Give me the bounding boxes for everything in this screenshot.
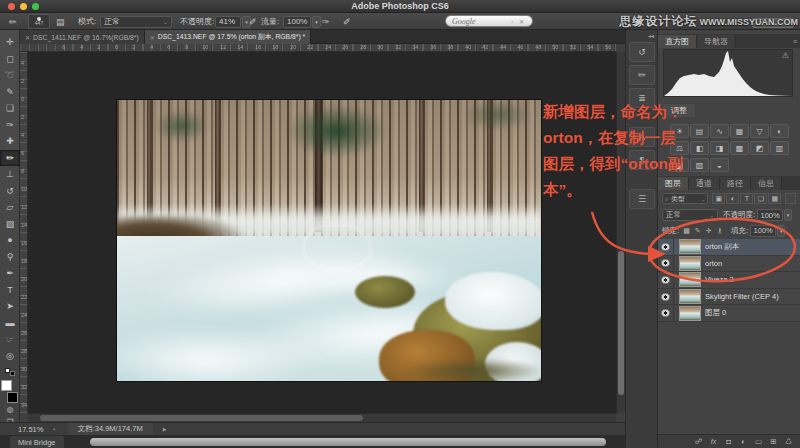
adj-vibrance-icon[interactable]: ▽ — [750, 124, 769, 138]
layer-thumbnail[interactable] — [680, 290, 700, 303]
document-tab-active[interactable]: ✕ DSC_1413.NEF @ 17.5% (orton 副本, RGB/8*… — [145, 30, 311, 44]
v-ruler-label: 22 — [21, 294, 27, 300]
layer-filter-toggle[interactable] — [785, 193, 796, 204]
layer-fill-field[interactable]: 100% — [750, 225, 776, 237]
expand-panels-icon[interactable]: ◂◂ — [648, 32, 654, 39]
toggle-brush-panel-icon[interactable]: ▤ — [56, 17, 65, 27]
status-menu-arrow-icon[interactable]: ▶ — [163, 426, 167, 432]
add-layer-mask-icon[interactable]: ◘ — [721, 436, 736, 448]
adj-posterize-icon[interactable]: ▥ — [770, 141, 789, 155]
quick-mask-icon[interactable]: ◍ — [0, 403, 20, 416]
layer-style-icon[interactable]: fx — [706, 436, 721, 448]
new-layer-icon[interactable]: ⊞ — [766, 436, 781, 448]
layer-row[interactable]: 图层 0 — [658, 305, 800, 322]
clone-stamp-tool[interactable]: ⊥ — [0, 166, 20, 183]
layer-row[interactable]: orton — [658, 256, 800, 273]
watermark-text: 思缘设计论坛 — [619, 14, 697, 28]
lock-pixels-icon[interactable]: ✎ — [692, 225, 703, 236]
warning-icon[interactable]: ⚠ — [782, 51, 789, 60]
h-ruler-label: 28 — [360, 44, 366, 49]
zoom-tool[interactable]: ◎ — [0, 348, 20, 365]
horizontal-scrollbar[interactable] — [28, 413, 616, 422]
layer-row[interactable]: Skylight Filter (CEP 4) — [658, 289, 800, 306]
layer-fill-spinner[interactable]: ▾ — [777, 225, 785, 237]
layer-visibility-toggle[interactable] — [658, 289, 674, 305]
adj-invert-icon[interactable]: ◩ — [750, 141, 769, 155]
blur-tool[interactable]: ● — [0, 232, 20, 249]
layer-thumbnail[interactable] — [680, 240, 700, 253]
vertical-scroll-thumb[interactable] — [618, 251, 624, 395]
hand-tool[interactable]: ☞ — [0, 331, 20, 348]
tab-histogram[interactable]: 直方图 — [658, 35, 697, 48]
layer-visibility-toggle[interactable] — [658, 256, 674, 272]
move-tool[interactable]: ✛ — [0, 34, 20, 51]
mini-bridge-tab[interactable]: Mini Bridge — [10, 436, 64, 448]
delete-layer-icon[interactable]: ♺ — [781, 436, 796, 448]
search-input[interactable]: Google — [452, 17, 476, 26]
brush-presets-panel-icon[interactable]: ✏ — [629, 65, 655, 85]
lasso-tool[interactable]: ➰ — [0, 67, 20, 84]
rectangular-marquee-tool[interactable]: ◻ — [0, 51, 20, 68]
eyedropper-tool[interactable]: ✑ — [0, 117, 20, 134]
brush-preset-picker[interactable]: 447 — [28, 14, 50, 29]
lock-all-icon[interactable]: ⚷ — [714, 225, 725, 236]
layer-thumbnail[interactable] — [680, 257, 700, 270]
tab-navigator[interactable]: 导航器 — [697, 35, 736, 48]
flow-spinner[interactable]: ▾ — [312, 16, 321, 28]
layer-row[interactable]: Viveza 2 — [658, 272, 800, 289]
airbrush-icon[interactable]: ✑ — [322, 17, 330, 27]
foreground-color-swatch[interactable] — [1, 380, 12, 391]
history-brush-tool[interactable]: ↺ — [0, 183, 20, 200]
document-tab[interactable]: ✕ DSC_1411.NEF @ 16.7%(RGB/8*) — [20, 30, 145, 44]
crop-tool[interactable]: ❏ — [0, 100, 20, 117]
layer-visibility-toggle[interactable] — [658, 272, 674, 288]
close-tab-icon[interactable]: ✕ — [25, 34, 30, 41]
new-adjustment-layer-icon[interactable]: ◐ — [736, 436, 751, 448]
layer-row[interactable]: orton 副本 — [658, 239, 800, 256]
shape-tool[interactable]: ▬ — [0, 315, 20, 332]
zoom-level-field[interactable]: 17.51% — [18, 425, 43, 434]
new-group-icon[interactable]: ▭ — [751, 436, 766, 448]
filter-shape-layers-icon[interactable]: ❑ — [754, 193, 767, 204]
v-ruler-label: 2 — [21, 78, 24, 84]
opacity-dropdown[interactable]: 41% — [215, 16, 241, 28]
healing-brush-tool[interactable]: ✚ — [0, 133, 20, 150]
layer-visibility-toggle[interactable] — [658, 239, 674, 255]
gradient-tool[interactable]: ▨ — [0, 216, 20, 233]
adj-hue-saturation-icon[interactable]: ◐ — [770, 124, 789, 138]
background-color-swatch[interactable] — [7, 392, 18, 403]
pressure-size-icon[interactable]: ✐ — [343, 17, 351, 27]
google-search-box[interactable]: Google ▫ ✕ — [445, 15, 533, 27]
mini-bridge-strip[interactable] — [90, 438, 606, 446]
tab-info[interactable]: 信息 — [751, 177, 782, 190]
type-tool[interactable]: T — [0, 282, 20, 299]
horizontal-scroll-thumb[interactable] — [40, 415, 363, 421]
pen-tool[interactable]: ✒ — [0, 265, 20, 282]
default-colors-icon[interactable] — [5, 368, 15, 376]
close-tab-icon[interactable]: ✕ — [150, 34, 155, 41]
layer-opacity-field[interactable]: 100% — [757, 209, 783, 221]
eraser-tool[interactable]: ▱ — [0, 199, 20, 216]
dodge-tool[interactable]: ⚲ — [0, 249, 20, 266]
brush-tool[interactable]: ✏ — [0, 150, 20, 167]
lock-transparency-icon[interactable]: ▩ — [681, 225, 692, 236]
quick-selection-tool[interactable]: ✎ — [0, 84, 20, 101]
flow-dropdown[interactable]: 100% — [283, 16, 311, 28]
blend-mode-dropdown[interactable]: 正常⌄ — [100, 16, 172, 28]
layer-thumbnail[interactable] — [680, 307, 700, 320]
link-layers-icon[interactable]: ☍ — [691, 436, 706, 448]
search-clear-icon[interactable]: ▫ ✕ — [511, 18, 526, 25]
pressure-opacity-icon[interactable]: ✐ — [249, 17, 257, 27]
layer-opacity-spinner[interactable]: ▾ — [784, 209, 792, 221]
path-selection-tool[interactable]: ➤ — [0, 298, 20, 315]
layer-visibility-toggle[interactable] — [658, 305, 674, 321]
layer-blend-mode-dropdown[interactable]: 正常 ⌄ — [662, 209, 718, 221]
filter-type-layers-icon[interactable]: T — [740, 193, 753, 204]
filter-smart-objects-icon[interactable]: ▦ — [768, 193, 781, 204]
photo-document[interactable]: POCO摄影专题 http://photo.poco.cn/ — [117, 100, 541, 381]
layer-thumbnail[interactable] — [680, 273, 700, 286]
canvas[interactable]: POCO摄影专题 http://photo.poco.cn/ — [28, 52, 616, 413]
history-panel-icon[interactable]: ↺ — [629, 42, 655, 62]
lock-position-icon[interactable]: ✛ — [703, 225, 714, 236]
panel-menu-icon[interactable]: ≡ — [793, 38, 797, 45]
